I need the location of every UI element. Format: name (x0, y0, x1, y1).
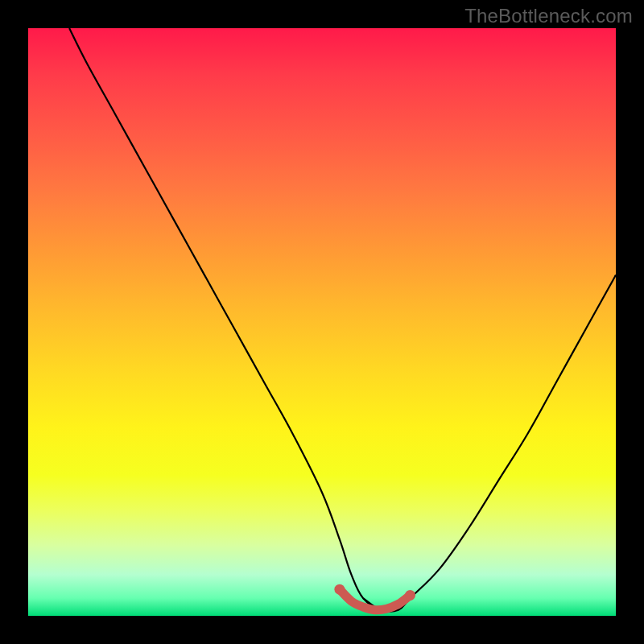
chart-container: TheBottleneck.com (0, 0, 644, 644)
watermark-text: TheBottleneck.com (464, 5, 633, 27)
bottleneck-curve-left (69, 28, 398, 611)
sweet-spot-band (340, 589, 411, 610)
sweet-spot-dot-left (334, 584, 345, 595)
sweet-spot-dot-right (405, 590, 415, 601)
curve-svg (28, 28, 616, 616)
bottleneck-curve-right (363, 275, 616, 612)
plot-area (28, 28, 616, 616)
